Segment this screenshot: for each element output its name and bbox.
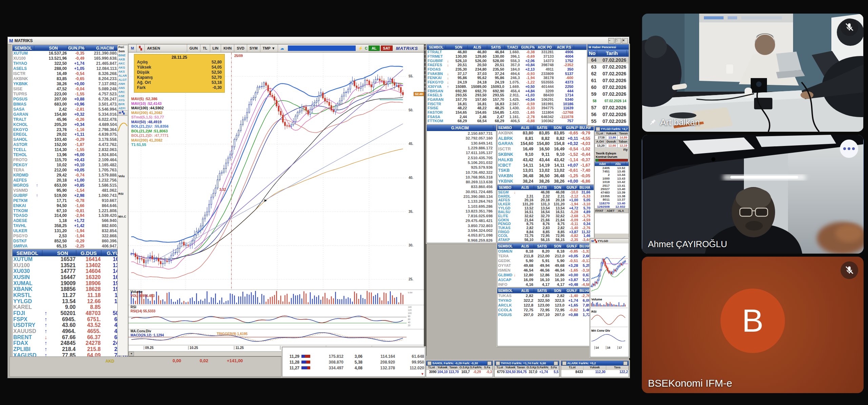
table-row[interactable]: 4.053.871.098 [427, 233, 496, 238]
table-row[interactable]: PEKGY10,02+0,101.165.482.292 [13, 163, 130, 168]
minimize-button[interactable]: – [608, 38, 614, 43]
column-header[interactable]: Adet [595, 162, 610, 166]
table-row[interactable]: ASTOR152,00-1,874.472.762.596 [13, 142, 130, 147]
deal-window-button[interactable] [427, 361, 432, 365]
lightning-icon[interactable]: ⚡ [357, 46, 364, 51]
table-row[interactable]: HALKB43,4243,4443,42-1,14-0,37 [497, 157, 594, 163]
column-header[interactable]: SON [550, 244, 565, 248]
table-row[interactable]: 2335513.38 [595, 194, 629, 198]
table-row[interactable]: ENKAI94,50-1,66864.646.599 [13, 203, 130, 208]
chart-menu-item[interactable]: SYM [247, 44, 260, 52]
table-row[interactable]: BALSU16,5116,5416,51-5,284,89 [497, 210, 594, 214]
pin-icon[interactable] [648, 118, 657, 127]
table-row[interactable]: XUTUM165371641416634 [13, 256, 130, 262]
column-header[interactable]: SON [49, 250, 76, 256]
table-row[interactable]: TCELL114,30-1,552.832.063.045 [13, 147, 130, 152]
table-row[interactable]: FTTKOM68,2968,5468,29406,5-0,88100362757 [427, 119, 588, 123]
table-row[interactable]: GUBRF↑519,00+2,981.060.743.221 [13, 193, 130, 198]
table-row[interactable]: VAKBN36,4836,5036,48-1,25-0,05 [497, 173, 594, 179]
table-row[interactable]: PENGD8,758,768,75-0,110,34 [497, 222, 594, 226]
table-row[interactable]: MGROS↑653,00+0,851.586.515.155 [13, 183, 130, 188]
table-row[interactable]: 801113.37 [595, 198, 629, 201]
table-row[interactable]: TAVHL358,25+1,42882.600.876 [13, 223, 130, 228]
table-row[interactable]: ATAKP56,1056,1556,15-2,35-3,44 [497, 238, 594, 242]
table-row[interactable]: PETKM17,71-0,78910.667.773 [13, 198, 130, 203]
table-row[interactable]: GLBMD↓12,8012,8612,86+0,000,63 [497, 273, 594, 277]
table-row[interactable]: FISCTR16,8116,8116,832.567.-0,5918199110… [427, 102, 588, 106]
column-header[interactable]: GUN.F [565, 186, 579, 189]
table-row[interactable]: 11,28308.8705,38208.92099.950 [282, 359, 425, 365]
table-row[interactable]: 925.579.936 [427, 165, 496, 170]
table-row[interactable]: 2.150.697.731 [427, 131, 496, 136]
table-row[interactable]: ALBRK8,818,828,82+0,11-4,55 [497, 136, 594, 141]
table-row[interactable]: 101913.42 [595, 180, 629, 184]
close-button[interactable]: ✕ [622, 38, 628, 43]
table-row[interactable]: FDOAS235,30234,80235,50184,0+2,134911350 [427, 67, 588, 72]
table-row[interactable]: 745113.45 [595, 169, 629, 173]
table-row[interactable]: FROTO115,70+0,432.109.464.371 [13, 158, 130, 163]
table-row[interactable]: 6007.02.2026 [588, 84, 629, 91]
table-row[interactable]: 1.133.264.763 [427, 199, 496, 204]
scroll-down-icon[interactable]: ▼ [421, 372, 424, 376]
candlestick-chart[interactable]: 28.11.25 Açılış52,80Yüksek54,05Düşük52,5… [129, 52, 424, 290]
table-row[interactable]: FGUBRF↓526,10526,00528,00556,3+2,0614373… [427, 58, 588, 63]
column-header[interactable]: GUN.F [565, 244, 579, 248]
table-row[interactable]: A1CAP16,0916,1016,10+3,875,23 [497, 277, 594, 282]
column-header[interactable]: ALIS [516, 126, 534, 130]
column-header[interactable]: SATIS [534, 126, 550, 130]
column-header[interactable]: T.HACI [505, 45, 520, 49]
table-row[interactable]: ARCLK122,8123,00123,0+1,657,89 [497, 303, 594, 308]
table-row[interactable]: 3090104,10113,70103,7-0,29-0,3 [426, 370, 493, 375]
table-row[interactable]: 3.850.732.803 [427, 223, 496, 228]
column-header[interactable]: SEMBOL [497, 289, 513, 293]
table-row[interactable]: 251713.41 [595, 184, 629, 187]
table-row[interactable]: 5.106.201.032 [427, 160, 496, 165]
table-row[interactable]: PGSUS207,0207,10207,0+0,881,72 [497, 312, 594, 317]
table-row[interactable]: GARAN154,60154,80154,8+0,32-4,03 [497, 141, 594, 147]
column-header[interactable]: SEMBOL [427, 45, 446, 49]
table-row[interactable]: YYLGD13.5412.6613.66 [13, 298, 130, 305]
column-header[interactable]: SON [550, 186, 565, 189]
column-header[interactable]: ALIS [516, 244, 534, 248]
table-row[interactable]: 13.823.351.786 [427, 209, 496, 214]
table-row[interactable]: CCOLA72,7572,9572,95-0,821,46 [497, 308, 594, 312]
column-header[interactable]: SATIS [534, 289, 550, 293]
table-row[interactable]: YYLGD13,5213,5413,54+4,725,70 [497, 206, 594, 210]
column-header[interactable]: BU.HA [579, 186, 591, 189]
table-row[interactable]: 11827013.40 [595, 201, 629, 205]
chart-menu-item[interactable]: KHN [221, 44, 234, 52]
table-row[interactable]: OSMEN8,188,208,18-0,85-1,33 [497, 249, 594, 254]
table-row[interactable]: 6107.02.2026 [588, 77, 629, 84]
table-row[interactable]: 10.726.492.322 [427, 170, 496, 174]
column-header[interactable]: SEMBO [497, 186, 513, 189]
table-row[interactable]: 17.611.105.137 [427, 150, 496, 155]
table-row[interactable]: 5507.02.2026 [588, 118, 629, 125]
table-row[interactable]: TSKB13,0113,0213,02-0,61-7,40 [497, 168, 594, 173]
table-row[interactable]: ULKER131,20131,3131,20-1,94-3,10 [497, 202, 594, 206]
video-tile-bsekonomi[interactable]: B BSEKonomi IFM-e [642, 257, 864, 393]
column-header[interactable]: No [588, 50, 597, 56]
table-row[interactable]: XBANK188561862819096 [13, 286, 130, 292]
table-row[interactable]: FGARAN157,70157,60157,701.425.+0,5410629… [427, 97, 588, 102]
table-row[interactable]: TRALT45,96-0,266.022.478.000 [13, 117, 130, 122]
table-row[interactable]: X30YVA↑15089.15089,0015093,01.669.+0,504… [427, 85, 588, 89]
table-row[interactable]: FVAKBN↓37,1737,0337,24494,6-0,9323380951… [427, 71, 588, 76]
table-row[interactable]: ISMEN46,5446,5646,54-1,65-3,16 [497, 268, 594, 273]
table-row[interactable]: VSNMD95,90-1,54481.062.345 [13, 188, 130, 193]
column-header[interactable]: ALIS [468, 45, 487, 49]
table-row[interactable]: 6307.02.2026 [588, 63, 629, 70]
table-row[interactable]: ISCTR16,49-0,548.326.268.941 [13, 71, 130, 76]
table-row[interactable]: 29.475.481.421 [427, 218, 496, 223]
column-header[interactable]: GUN.F% [520, 45, 535, 49]
column-header[interactable]: GUN.F% [565, 126, 579, 130]
column-header[interactable]: SON [550, 126, 565, 130]
table-row[interactable]: 7.816.025.698 [427, 214, 496, 218]
table-row[interactable]: SASA2,42-2,815.546.994.193 [13, 107, 130, 112]
table-row[interactable]: ASELS288,00+1,0512.084.113.429 [13, 66, 130, 71]
column-header[interactable]: ALIS [516, 289, 534, 293]
table-row[interactable]: TEHOL13,96+6,001.924.804.740 [13, 152, 130, 158]
volume-pane[interactable]: Volume VOL :8.956.453 9.5M [129, 290, 424, 305]
table-row[interactable]: 5607.02.2026 [588, 111, 629, 118]
column-header[interactable]: Tarih [597, 50, 627, 56]
table-row[interactable]: XU100135211340213628 [13, 262, 130, 269]
